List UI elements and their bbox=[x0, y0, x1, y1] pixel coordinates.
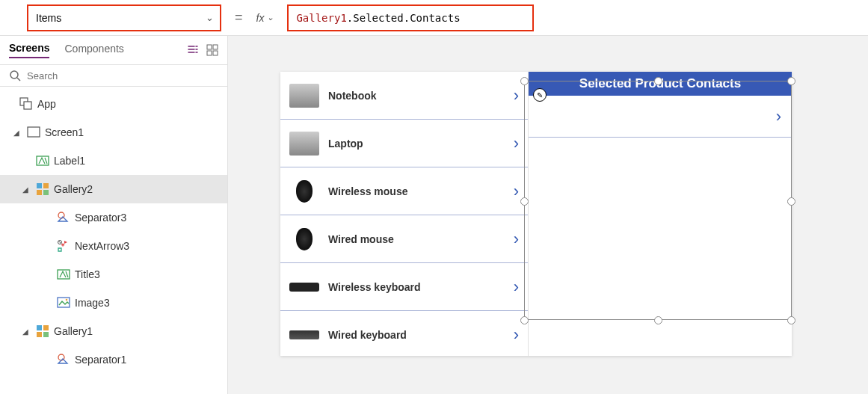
gallery2[interactable]: Selected Product Contacts › ✎ bbox=[529, 72, 792, 356]
svg-line-5 bbox=[17, 78, 20, 81]
tree-label: Gallery2 bbox=[54, 183, 93, 195]
edit-template-icon[interactable]: ✎ bbox=[533, 88, 547, 102]
tree-item-gallery2[interactable]: ◢ Gallery2 bbox=[0, 175, 227, 203]
product-label: Notebook bbox=[328, 90, 505, 102]
product-thumbnail bbox=[296, 180, 313, 203]
tree-item-app[interactable]: App bbox=[0, 90, 227, 118]
tree-label: App bbox=[37, 98, 56, 110]
tree-item-title3[interactable]: Title3 bbox=[0, 260, 227, 289]
tree-item-separator1[interactable]: Separator1 bbox=[0, 345, 227, 374]
tree-item-nextarrow3[interactable]: NextArrow3 bbox=[0, 232, 227, 260]
tree-view: App ◢ Screen1 Label1 ◢ Gallery2 bbox=[0, 87, 227, 394]
svg-line-16 bbox=[58, 241, 61, 244]
gallery1[interactable]: Notebook › Laptop › Wireless mouse › Wir… bbox=[280, 72, 529, 356]
tab-screens[interactable]: Screens bbox=[9, 42, 49, 58]
property-input[interactable] bbox=[36, 12, 206, 24]
tree-label: Separator3 bbox=[75, 212, 126, 224]
tab-components[interactable]: Components bbox=[64, 43, 123, 58]
gallery-item[interactable]: Laptop › bbox=[280, 120, 528, 167]
tree-view-panel: Screens Components bbox=[0, 36, 228, 394]
product-thumbnail bbox=[289, 330, 319, 339]
canvas-stage[interactable]: Notebook › Laptop › Wireless mouse › Wir… bbox=[280, 72, 792, 356]
tabs-row: Screens Components bbox=[0, 36, 227, 65]
svg-rect-17 bbox=[58, 270, 70, 279]
tree-label: Separator1 bbox=[75, 354, 126, 366]
tree-label: Title3 bbox=[75, 268, 100, 280]
chevron-right-icon[interactable]: › bbox=[514, 325, 519, 345]
svg-rect-22 bbox=[37, 332, 42, 337]
tree-label: NextArrow3 bbox=[75, 240, 129, 252]
formula-token-rest: .Selected.Contacts bbox=[347, 12, 461, 24]
grid-view-icon[interactable] bbox=[206, 44, 218, 56]
gallery-item[interactable]: Wireless mouse › bbox=[280, 167, 528, 215]
svg-rect-3 bbox=[213, 51, 218, 55]
svg-rect-7 bbox=[24, 102, 31, 109]
search-input[interactable] bbox=[27, 70, 218, 81]
svg-rect-23 bbox=[43, 332, 49, 337]
product-thumbnail bbox=[296, 228, 313, 250]
icons-icon bbox=[57, 239, 70, 253]
search-icon bbox=[9, 70, 21, 81]
svg-rect-12 bbox=[37, 190, 42, 195]
chevron-right-icon[interactable]: › bbox=[514, 86, 519, 105]
product-label: Laptop bbox=[328, 138, 505, 150]
formula-input[interactable]: Gallery1.Selected.Contacts bbox=[287, 4, 534, 31]
separator-icon bbox=[57, 353, 70, 366]
separator-icon bbox=[57, 211, 70, 224]
svg-rect-8 bbox=[28, 127, 40, 137]
chevron-right-icon[interactable]: › bbox=[514, 134, 519, 153]
search-row[interactable] bbox=[0, 65, 227, 87]
resize-handle[interactable] bbox=[520, 316, 529, 324]
tree-item-separator3[interactable]: Separator3 bbox=[0, 203, 227, 232]
selection-outline bbox=[524, 81, 792, 320]
resize-handle[interactable] bbox=[654, 77, 662, 85]
product-thumbnail bbox=[289, 84, 319, 108]
formula-token-highlighted: Gallery1 bbox=[296, 12, 346, 24]
equals-sign: = bbox=[229, 10, 249, 25]
gallery-item[interactable]: Wired mouse › bbox=[280, 215, 528, 263]
resize-handle[interactable] bbox=[654, 316, 662, 324]
expander-icon[interactable]: ◢ bbox=[13, 129, 22, 137]
svg-rect-10 bbox=[37, 183, 42, 188]
gallery-icon bbox=[36, 324, 49, 338]
screen-icon bbox=[27, 126, 40, 139]
tree-label: Screen1 bbox=[45, 126, 84, 138]
svg-rect-21 bbox=[43, 325, 49, 330]
svg-rect-20 bbox=[37, 325, 42, 330]
tree-item-gallery1[interactable]: ◢ Gallery1 bbox=[0, 317, 227, 345]
product-label: Wired mouse bbox=[328, 233, 505, 245]
fx-label[interactable]: fx ⌄ bbox=[256, 12, 274, 24]
product-label: Wireless mouse bbox=[328, 185, 505, 197]
resize-handle[interactable] bbox=[787, 77, 795, 85]
product-thumbnail bbox=[289, 132, 319, 156]
resize-handle[interactable] bbox=[520, 77, 529, 85]
list-filter-icon[interactable] bbox=[187, 44, 199, 56]
resize-handle[interactable] bbox=[787, 316, 795, 324]
chevron-right-icon[interactable]: › bbox=[514, 277, 519, 297]
app-icon bbox=[19, 97, 33, 111]
resize-handle[interactable] bbox=[787, 197, 795, 206]
svg-rect-0 bbox=[207, 45, 212, 49]
property-dropdown[interactable]: ⌄ bbox=[27, 4, 221, 31]
svg-rect-13 bbox=[43, 190, 49, 195]
svg-rect-2 bbox=[207, 51, 212, 55]
svg-point-4 bbox=[10, 71, 18, 79]
tree-item-label1[interactable]: Label1 bbox=[0, 147, 227, 175]
chevron-right-icon[interactable]: › bbox=[514, 230, 519, 249]
svg-rect-1 bbox=[213, 45, 218, 49]
gallery-item[interactable]: Notebook › bbox=[280, 72, 528, 120]
resize-handle[interactable] bbox=[520, 197, 529, 206]
fx-text: fx bbox=[256, 12, 265, 24]
product-thumbnail bbox=[289, 283, 319, 292]
expander-icon[interactable]: ◢ bbox=[22, 185, 31, 194]
gallery-item[interactable]: Wired keyboard › bbox=[280, 311, 528, 359]
product-label: Wired keyboard bbox=[328, 329, 505, 341]
label-icon bbox=[57, 268, 70, 281]
chevron-right-icon[interactable]: › bbox=[514, 182, 519, 201]
svg-point-19 bbox=[66, 299, 68, 301]
canvas-area[interactable]: Notebook › Laptop › Wireless mouse › Wir… bbox=[228, 36, 868, 394]
tree-item-image3[interactable]: Image3 bbox=[0, 289, 227, 317]
tree-item-screen1[interactable]: ◢ Screen1 bbox=[0, 118, 227, 147]
expander-icon[interactable]: ◢ bbox=[22, 327, 31, 336]
gallery-item[interactable]: Wireless keyboard › bbox=[280, 263, 528, 311]
